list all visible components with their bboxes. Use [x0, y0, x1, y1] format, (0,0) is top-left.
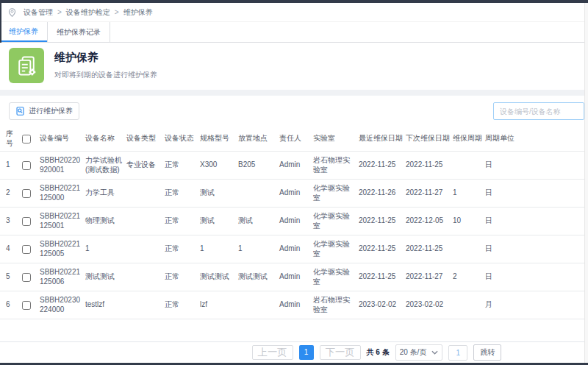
- tab-maintenance[interactable]: 维护保养: [0, 22, 47, 42]
- vertical-scrollbar[interactable]: [584, 3, 588, 363]
- cell-name: 1: [85, 235, 126, 263]
- row-checkbox[interactable]: [22, 245, 31, 254]
- cell-model: lzf: [200, 291, 238, 319]
- breadcrumb-item-maintenance-check[interactable]: 设备维护检定: [66, 7, 110, 18]
- maintain-button[interactable]: 进行维护保养: [9, 102, 79, 120]
- column-header-name: 设备名称: [85, 127, 126, 152]
- page-number-1[interactable]: 1: [299, 345, 314, 360]
- cell-cycle: [453, 152, 485, 180]
- breadcrumb: 设备管理 > 设备维护检定 > 维护保养: [0, 3, 588, 22]
- cell-name: 物理测试: [85, 208, 126, 235]
- jump-page-input[interactable]: [448, 345, 467, 361]
- cell-index: 5: [0, 263, 22, 291]
- table-row: 2SBBH20221125000力学工具正常测试Admin化学驱实验室2022-…: [0, 180, 584, 208]
- cell-code: SBBH20221125005: [40, 235, 85, 263]
- total-count: 共 6 条: [367, 347, 390, 358]
- next-page-button[interactable]: 下一页: [320, 345, 361, 360]
- row-checkbox[interactable]: [22, 301, 31, 310]
- cell-type: [126, 208, 165, 235]
- cell-last-date: 2022-11-25: [359, 263, 406, 291]
- table-row: 5SBBH20221125006测试测试正常测试测试测试测试Admin化学驱实验…: [0, 263, 584, 291]
- cell-status: 正常: [165, 208, 200, 235]
- page-subtitle: 对即将到期的设备进行维护保养: [54, 70, 157, 80]
- cell-type: 专业设备: [126, 152, 165, 180]
- column-header-checkbox: [22, 127, 40, 152]
- cell-status: 正常: [165, 263, 200, 291]
- cell-owner: Admin: [279, 152, 313, 180]
- column-header-type: 设备类型: [126, 127, 165, 152]
- cell-status: 正常: [165, 235, 200, 263]
- column-header-model: 规格型号: [200, 127, 238, 152]
- cell-owner: Admin: [279, 180, 313, 208]
- cell-code: SBBH20220920001: [40, 152, 85, 180]
- cell-checkbox: [22, 152, 40, 180]
- cell-cycle: 1: [453, 180, 485, 208]
- breadcrumb-separator: >: [115, 8, 119, 16]
- row-checkbox[interactable]: [22, 273, 31, 282]
- cell-next-date: 2022-11-25: [406, 152, 453, 180]
- cell-status: 正常: [165, 152, 200, 180]
- cell-next-date: 2022-12-05: [406, 208, 453, 235]
- cell-location: B205: [238, 152, 279, 180]
- breadcrumb-item-current: 维护保养: [123, 7, 153, 18]
- row-checkbox[interactable]: [22, 217, 31, 226]
- cell-cycle: 10: [453, 208, 485, 235]
- page-title: 维护保养: [54, 51, 157, 65]
- tab-maintenance-records[interactable]: 维护保养记录: [47, 22, 110, 42]
- table-row: 3SBBH20221125001物理测试正常测试测试Admin化学驱实验室202…: [0, 208, 584, 235]
- cell-next-date: 2022-11-27: [406, 180, 453, 208]
- cell-owner: Admin: [279, 263, 313, 291]
- cell-lab: 岩石物理实验室: [313, 291, 359, 319]
- page-size-select[interactable]: 20 条/页: [395, 344, 443, 361]
- breadcrumb-separator: >: [57, 8, 62, 16]
- table-row: 4SBBH202211250051正常11Admin化学驱实验室2022-11-…: [0, 235, 584, 263]
- breadcrumb-item-equipment[interactable]: 设备管理: [24, 7, 53, 18]
- cell-unit: 日: [485, 263, 584, 291]
- cell-last-date: 2023-02-02: [359, 291, 406, 319]
- page-size-value: 20 条/页: [400, 347, 427, 358]
- equipment-table: 序号 设备编号 设备名称 设备类型 设备状态 规格型号 放置地点 责任人 实验室…: [0, 127, 584, 319]
- cell-index: 1: [0, 152, 22, 180]
- cell-model: 1: [200, 235, 238, 263]
- cell-cycle: [453, 291, 485, 319]
- table-row: 6SBBH20230224000testlzf正常lzfAdmin岩石物理实验室…: [0, 291, 584, 319]
- cell-cycle: [453, 235, 485, 263]
- cell-name: 力学工具: [85, 180, 126, 208]
- table-body: 1SBBH20220920001力学试验机(测试数据)专业设备正常X300B20…: [0, 152, 584, 319]
- cell-type: [126, 263, 165, 291]
- cell-status: 正常: [165, 291, 200, 319]
- cell-unit: 日: [485, 235, 584, 263]
- cell-index: 4: [0, 235, 22, 263]
- cell-model: X300: [200, 152, 238, 180]
- cell-next-date: 2023-02-02: [406, 291, 453, 319]
- cell-last-date: 2022-11-26: [359, 180, 406, 208]
- table-header-row: 序号 设备编号 设备名称 设备类型 设备状态 规格型号 放置地点 责任人 实验室…: [0, 127, 584, 152]
- cell-cycle: 2: [453, 263, 485, 291]
- search-input[interactable]: [493, 102, 584, 120]
- cell-checkbox: [22, 291, 40, 319]
- column-header-code: 设备编号: [40, 127, 85, 152]
- cell-owner: Admin: [279, 291, 313, 319]
- cell-unit: 月: [485, 291, 584, 319]
- row-checkbox[interactable]: [22, 161, 31, 170]
- cell-status: 正常: [165, 180, 200, 208]
- cell-lab: 化学驱实验室: [313, 208, 359, 235]
- cell-type: [126, 235, 165, 263]
- cell-unit: 日: [485, 180, 584, 208]
- documents-gear-icon: [9, 48, 44, 83]
- document-search-icon: [15, 106, 25, 116]
- cell-code: SBBH20221125000: [40, 180, 85, 208]
- cell-name: 测试测试: [85, 263, 126, 291]
- cell-location: 测试测试: [238, 263, 279, 291]
- jump-button[interactable]: 跳转: [473, 344, 501, 361]
- row-checkbox[interactable]: [22, 189, 31, 198]
- table-row: 1SBBH20220920001力学试验机(测试数据)专业设备正常X300B20…: [0, 152, 584, 180]
- column-header-next-date: 下次维保日期: [406, 127, 453, 152]
- prev-page-button[interactable]: 上一页: [252, 345, 293, 360]
- cell-model: 测试: [200, 208, 238, 235]
- cell-last-date: 2022-11-25: [359, 152, 406, 180]
- section-divider: [0, 90, 584, 96]
- select-all-checkbox[interactable]: [22, 135, 31, 143]
- main-card: 进行维护保养 序号 设备编号 设备名称 设备类型: [0, 96, 584, 341]
- cell-type: [126, 291, 165, 319]
